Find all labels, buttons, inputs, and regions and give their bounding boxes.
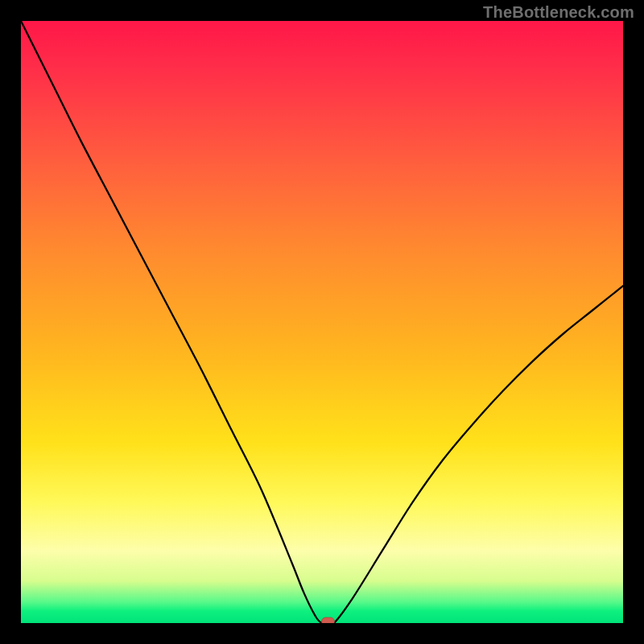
curve-svg xyxy=(21,21,623,623)
bottleneck-curve xyxy=(21,21,623,623)
minimum-marker xyxy=(322,617,335,623)
plot-area xyxy=(21,21,623,623)
watermark-text: TheBottleneck.com xyxy=(483,3,634,22)
chart-frame: TheBottleneck.com xyxy=(0,0,644,644)
